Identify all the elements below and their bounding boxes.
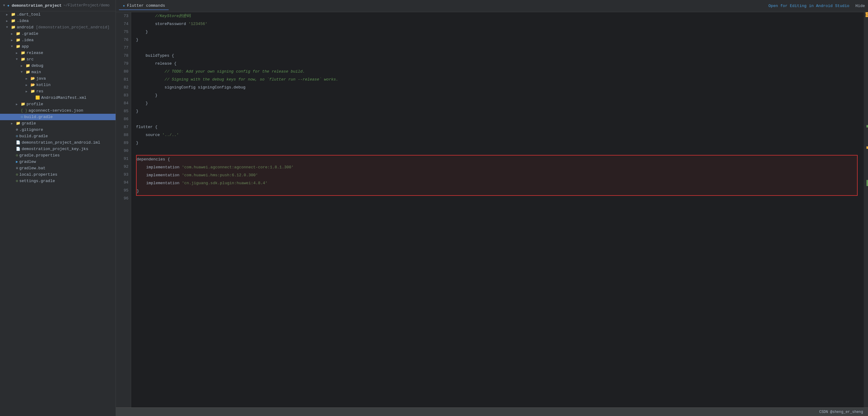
code-line-80: // TODO: Add your own signing config for… bbox=[136, 68, 864, 76]
label-demo-android-iml: demonstration_project_android.iml bbox=[22, 140, 100, 145]
label-kotlin: kotlin bbox=[36, 83, 51, 87]
folder-icon-src: 📁 bbox=[21, 57, 25, 62]
label-agconnect: agconnect-services.json bbox=[29, 108, 83, 113]
line-num-76: 76 bbox=[118, 36, 128, 44]
label-java: java bbox=[36, 76, 46, 81]
icon-demo-key: 📄 bbox=[16, 147, 21, 151]
line-num-78: 78 bbox=[118, 52, 128, 60]
code-line-94: implementation 'cn.jiguang.sdk.plugin:hu… bbox=[136, 179, 857, 187]
icon-gitignore: ⊘ bbox=[16, 127, 18, 132]
code-line-96 bbox=[136, 196, 864, 204]
code-line-82: signingConfig signingConfigs.debug bbox=[136, 84, 864, 92]
line-num-95: 95 bbox=[118, 187, 128, 195]
folder-icon-idea-root: 📁 bbox=[11, 19, 16, 23]
sidebar-item-gradle-props[interactable]: ⚙ gradle.properties bbox=[0, 152, 116, 159]
sidebar-item-release[interactable]: ▶ 📁 release bbox=[0, 50, 116, 56]
open-android-studio-button[interactable]: Open for Editing in Android Studio bbox=[769, 4, 849, 8]
code-text-75: } bbox=[136, 28, 148, 36]
sidebar-item-agconnect[interactable]: { } agconnect-services.json bbox=[0, 107, 116, 114]
code-line-88: source '../..' bbox=[136, 131, 864, 139]
yellow-marker-1 bbox=[866, 147, 868, 149]
line-num-90: 90 bbox=[118, 147, 128, 155]
chevron-idea-android: ▶ bbox=[11, 38, 16, 42]
label-gradlew-bat: gradlew.bat bbox=[19, 166, 45, 170]
label-main: main bbox=[31, 70, 41, 74]
code-line-92: implementation 'com.huawei.agconnect:agc… bbox=[136, 163, 857, 171]
label-res: res bbox=[36, 89, 43, 94]
sidebar-item-gradlew[interactable]: ▶ gradlew bbox=[0, 159, 116, 165]
code-text-94b: 'cn.jiguang.sdk.plugin:huawei:4.8.4' bbox=[182, 179, 268, 187]
line-num-73: 73 bbox=[118, 12, 128, 20]
sidebar-item-idea-android[interactable]: ▶ 📁 .idea bbox=[0, 37, 116, 43]
code-line-75: } bbox=[136, 28, 864, 36]
flutter-icon: ✦ bbox=[7, 2, 10, 8]
hide-button[interactable]: Hide bbox=[856, 4, 865, 8]
sidebar-item-src[interactable]: ▼ 📁 src bbox=[0, 56, 116, 63]
code-editor: 73 74 75 76 77 78 79 80 81 82 83 84 85 8… bbox=[116, 12, 868, 408]
folder-icon-kotlin: 📂 bbox=[31, 83, 35, 87]
label-release: release bbox=[27, 51, 43, 55]
code-line-76: } bbox=[136, 36, 864, 44]
folder-icon-app: 📁 bbox=[16, 44, 21, 49]
code-line-87: flutter { bbox=[136, 123, 864, 131]
code-text-83: } bbox=[136, 92, 157, 99]
sidebar-item-kotlin[interactable]: ▶ 📂 kotlin bbox=[0, 82, 116, 88]
sidebar-item-gitignore[interactable]: ⊘ .gitignore bbox=[0, 127, 116, 133]
chevron-dart-tool: ▶ bbox=[6, 13, 11, 17]
code-line-77 bbox=[136, 44, 864, 52]
chevron-res: ▶ bbox=[26, 90, 31, 93]
code-text-74a: storePassword bbox=[136, 20, 188, 28]
label-gradle-props: gradle.properties bbox=[19, 153, 60, 158]
label-idea-root: .idea bbox=[17, 19, 29, 23]
warning-indicator[interactable]: ⚠ 1 bbox=[866, 12, 868, 17]
code-line-73: //KeyStore的密码 bbox=[136, 12, 864, 20]
code-text-84: } bbox=[136, 99, 148, 107]
sidebar-item-demo-key[interactable]: 📄 demostration_project_key.jks bbox=[0, 146, 116, 152]
label-gitignore: .gitignore bbox=[19, 127, 43, 132]
sidebar-item-dart-tool[interactable]: ▶ 📁 .dart_tool bbox=[0, 11, 116, 18]
sidebar-item-build-gradle-app[interactable]: ⚙ build.gradle bbox=[0, 114, 116, 120]
sidebar-item-main[interactable]: ▼ 📁 main bbox=[0, 69, 116, 75]
code-text-92b: 'com.huawei.agconnect:agconnect-core:1.8… bbox=[182, 163, 294, 171]
chevron-src: ▼ bbox=[16, 58, 21, 61]
sidebar-item-profile[interactable]: ▶ 📁 profile bbox=[0, 101, 116, 107]
sidebar-item-gradlew-bat[interactable]: ≡ gradlew.bat bbox=[0, 165, 116, 171]
code-text-82: signingConfig signingConfigs.debug bbox=[136, 84, 246, 92]
icon-gradlew-bat: ≡ bbox=[16, 166, 18, 170]
chevron-debug: ▶ bbox=[21, 64, 26, 68]
label-idea-android: .idea bbox=[22, 38, 34, 42]
xml-icon-androidmanifest: 🟨 bbox=[35, 95, 40, 100]
sidebar-item-res[interactable]: ▶ 📁 res bbox=[0, 88, 116, 95]
sidebar-item-android[interactable]: ▼ 📁 android [demonstration_project_andro… bbox=[0, 24, 116, 31]
code-content[interactable]: //KeyStore的密码 storePassword '123456' } }… bbox=[131, 12, 864, 408]
sidebar-item-settings-gradle[interactable]: ⚙ settings.gradle bbox=[0, 178, 116, 184]
sidebar-item-build-gradle-root[interactable]: ⚙ build.gradle bbox=[0, 133, 116, 139]
icon-gradle-props: ⚙ bbox=[16, 153, 18, 158]
code-line-86 bbox=[136, 115, 864, 123]
sidebar-item-demo-android-iml[interactable]: 📄 demonstration_project_android.iml bbox=[0, 139, 116, 146]
code-line-83: } bbox=[136, 92, 864, 99]
line-num-88: 88 bbox=[118, 131, 128, 139]
label-build-gradle-app: build.gradle bbox=[24, 115, 53, 119]
folder-icon-dart-tool: 📁 bbox=[11, 12, 16, 17]
sidebar-item-gradle-dir[interactable]: ▶ 📁 gradle bbox=[0, 120, 116, 127]
icon-demo-android-iml: 📄 bbox=[16, 140, 21, 145]
project-header[interactable]: ▼ ✦ demonstration_project ~/FlutterProje… bbox=[0, 0, 116, 11]
sidebar-item-idea-root[interactable]: ▶ 📁 .idea bbox=[0, 18, 116, 24]
sidebar-item-gradle[interactable]: ▶ 📁 .gradle bbox=[0, 31, 116, 37]
sidebar-item-app[interactable]: ▼ 📁 app bbox=[0, 43, 116, 50]
scrollbar-area[interactable]: ⚠ 1 bbox=[864, 12, 868, 408]
sidebar-item-local-props[interactable]: ⚙ local.properties bbox=[0, 171, 116, 178]
folder-icon-debug: 📁 bbox=[26, 63, 30, 68]
project-name: demonstration_project bbox=[11, 3, 62, 8]
tab-flutter-commands[interactable]: ✦ Flutter commands bbox=[119, 2, 169, 10]
project-chevron[interactable]: ▼ bbox=[3, 4, 5, 7]
warning-icon: ⚠ bbox=[865, 13, 866, 17]
sidebar-item-java[interactable]: ▶ 📂 java bbox=[0, 75, 116, 82]
code-text-87: flutter { bbox=[136, 123, 157, 131]
sidebar-item-debug[interactable]: ▶ 📁 debug bbox=[0, 63, 116, 69]
line-num-92: 92 bbox=[118, 163, 128, 171]
sidebar-item-androidmanifest[interactable]: 🟨 AndroidManifest.xml bbox=[0, 95, 116, 101]
line-num-83: 83 bbox=[118, 92, 128, 99]
label-gradle-dir: gradle bbox=[22, 121, 36, 126]
